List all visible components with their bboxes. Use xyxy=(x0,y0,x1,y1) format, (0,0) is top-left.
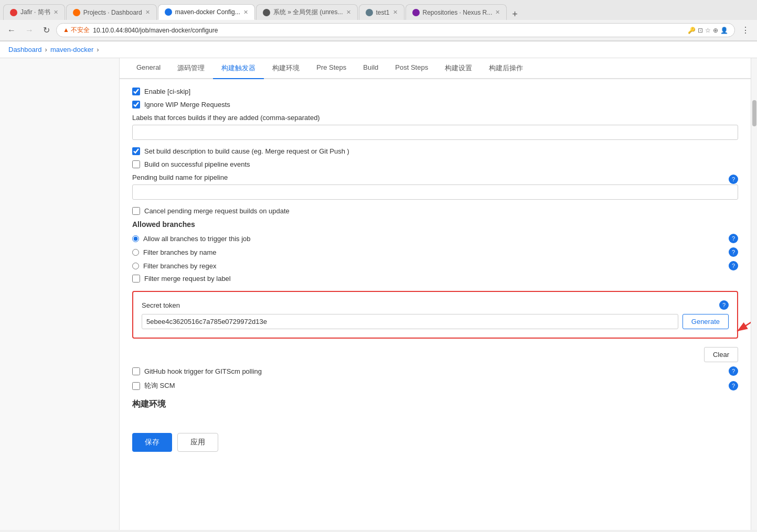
tab-icon-nexus xyxy=(412,9,420,16)
token-input-row: 5ebee4c3620516c7a785e0729972d13e Generat… xyxy=(142,314,729,329)
filter-merge-label: Filter merge request by label xyxy=(144,275,231,283)
build-env-title: 构建环境 xyxy=(132,399,738,410)
content-area: General 源码管理 构建触发器 构建环境 Pre Steps Build … xyxy=(120,58,751,530)
tab-close-nexus[interactable]: ✕ xyxy=(495,9,500,16)
tab-close-test1[interactable]: ✕ xyxy=(393,9,398,16)
github-hook-help-icon[interactable]: ? xyxy=(729,366,738,376)
token-label-row: Secret token ? xyxy=(142,300,729,310)
all-branches-radio[interactable] xyxy=(132,235,139,242)
breadcrumb-sep1: › xyxy=(45,46,47,53)
tab-icon-projects xyxy=(73,9,80,16)
poll-scm-help-icon[interactable]: ? xyxy=(729,381,738,390)
apply-button[interactable]: 应用 xyxy=(177,433,218,452)
url-text: 10.10.0.44:8040/job/maven-docker/configu… xyxy=(93,27,218,34)
save-button[interactable]: 保存 xyxy=(132,433,172,452)
pipeline-checkbox[interactable] xyxy=(132,160,140,168)
tab-trigger[interactable]: 构建触发器 xyxy=(213,58,264,79)
secret-token-help-icon[interactable]: ? xyxy=(719,300,729,310)
tab-close-jafir[interactable]: ✕ xyxy=(54,9,58,16)
filter-name-label: Filter branches by name xyxy=(143,248,216,256)
ci-skip-row: Enable [ci-skip] xyxy=(132,88,738,95)
filter-regex-help-icon[interactable]: ? xyxy=(729,261,738,270)
tab-presteps[interactable]: Pre Steps xyxy=(308,58,355,79)
pending-build-help-icon[interactable]: ? xyxy=(729,175,738,184)
url-bar[interactable]: ▲ 不安全 10.10.0.44:8040/job/maven-docker/c… xyxy=(56,23,735,37)
new-tab-button[interactable]: + xyxy=(508,9,522,20)
secret-token-input[interactable]: 5ebee4c3620516c7a785e0729972d13e xyxy=(142,314,678,329)
tab-projects[interactable]: Projects · Dashboard ✕ xyxy=(66,4,157,20)
pending-build-label: Pending build name for pipeline xyxy=(132,173,228,181)
ci-skip-checkbox[interactable] xyxy=(132,88,140,95)
labels-input[interactable] xyxy=(132,125,738,140)
labels-label: Labels that forces builds if they are ad… xyxy=(132,114,738,122)
secret-token-label: Secret token xyxy=(142,301,180,309)
svg-line-1 xyxy=(737,308,751,331)
tab-build[interactable]: Build xyxy=(355,58,387,79)
all-branches-help-icon[interactable]: ? xyxy=(729,234,738,243)
tab-icon-xitong xyxy=(263,9,270,16)
key-icon: 🔑 xyxy=(688,27,696,34)
github-hook-checkbox[interactable] xyxy=(132,367,140,375)
cancel-pending-checkbox[interactable] xyxy=(132,207,140,215)
tab-jafir[interactable]: Jafir · 简书 ✕ xyxy=(3,4,65,20)
tab-label-projects: Projects · Dashboard xyxy=(83,9,142,16)
filter-by-regex-row: Filter branches by regex ? xyxy=(132,261,738,270)
forward-button[interactable]: → xyxy=(22,25,37,36)
poll-scm-row: 轮询 SCM ? xyxy=(132,381,738,390)
tab-settings[interactable]: 构建设置 xyxy=(436,58,481,79)
account-icon: 👤 xyxy=(720,27,728,34)
ci-skip-label: Enable [ci-skip] xyxy=(144,88,190,95)
tab-label-test1: test1 xyxy=(376,9,390,16)
filter-merge-checkbox[interactable] xyxy=(132,275,140,283)
tab-maven[interactable]: maven-docker Config... ✕ xyxy=(158,4,255,20)
tab-general[interactable]: General xyxy=(128,58,169,79)
tab-label-jafir: Jafir · 简书 xyxy=(20,8,50,17)
tab-close-xitong[interactable]: ✕ xyxy=(346,9,351,16)
url-icons: 🔑 ⊡ ☆ ⊕ 👤 xyxy=(688,27,728,34)
pipeline-label: Build on successful pipeline events xyxy=(144,160,250,168)
filter-name-help-icon[interactable]: ? xyxy=(729,247,738,257)
tab-icon-maven xyxy=(165,8,172,16)
labels-row: Labels that forces builds if they are ad… xyxy=(132,114,738,140)
generate-button[interactable]: Generate xyxy=(683,314,729,329)
wip-row: Ignore WIP Merge Requests xyxy=(132,101,738,108)
wip-label: Ignore WIP Merge Requests xyxy=(144,101,230,108)
github-hook-row: GitHub hook trigger for GITScm polling ? xyxy=(132,366,738,376)
filter-name-radio[interactable] xyxy=(132,249,139,256)
tab-test1[interactable]: test1 ✕ xyxy=(359,4,404,20)
menu-button[interactable]: ⋮ xyxy=(738,24,753,36)
all-branches-label: Allow all branches to trigger this job xyxy=(143,235,251,243)
filter-regex-radio[interactable] xyxy=(132,263,139,269)
tab-icon-jafir xyxy=(10,9,17,16)
pending-build-header: Pending build name for pipeline ? xyxy=(132,173,738,184)
breadcrumb-dashboard[interactable]: Dashboard xyxy=(8,46,42,53)
tab-xitong[interactable]: 系统 » 全局凭据 (unres... ✕ xyxy=(256,4,358,20)
tab-nexus[interactable]: Repositories · Nexus R... ✕ xyxy=(406,4,507,20)
pending-build-input[interactable] xyxy=(132,184,738,200)
build-desc-row: Set build description to build cause (eg… xyxy=(132,147,738,155)
tab-source[interactable]: 源码管理 xyxy=(169,58,213,79)
tab-close-projects[interactable]: ✕ xyxy=(145,9,150,16)
scroll-thumb[interactable] xyxy=(752,100,756,126)
cancel-pending-row: Cancel pending merge request builds on u… xyxy=(132,207,738,215)
clear-button[interactable]: Clear xyxy=(704,347,738,362)
poll-scm-checkbox[interactable] xyxy=(132,382,140,390)
tab-label-maven: maven-docker Config... xyxy=(175,8,240,16)
poll-scm-label: 轮询 SCM xyxy=(144,381,175,390)
tab-close-maven[interactable]: ✕ xyxy=(243,9,248,16)
build-env-section: 构建环境 xyxy=(132,399,738,410)
tab-build-env[interactable]: 构建环境 xyxy=(264,58,308,79)
tab-bar: Jafir · 简书 ✕ Projects · Dashboard ✕ mave… xyxy=(0,0,757,20)
filter-regex-label: Filter branches by regex xyxy=(143,262,216,270)
tab-postbuild[interactable]: 构建后操作 xyxy=(481,58,531,79)
scrollbar[interactable] xyxy=(751,58,757,530)
back-button[interactable]: ← xyxy=(4,25,19,36)
refresh-button[interactable]: ↻ xyxy=(40,24,53,36)
build-desc-checkbox[interactable] xyxy=(132,147,140,155)
breadcrumb-project[interactable]: maven-docker xyxy=(50,46,93,53)
wip-checkbox[interactable] xyxy=(132,101,140,108)
action-buttons: 保存 应用 xyxy=(120,425,751,460)
tab-poststeps[interactable]: Post Steps xyxy=(387,58,436,79)
main-wrapper: General 源码管理 构建触发器 构建环境 Pre Steps Build … xyxy=(0,58,757,530)
allow-all-branches-row: Allow all branches to trigger this job ? xyxy=(132,234,738,243)
